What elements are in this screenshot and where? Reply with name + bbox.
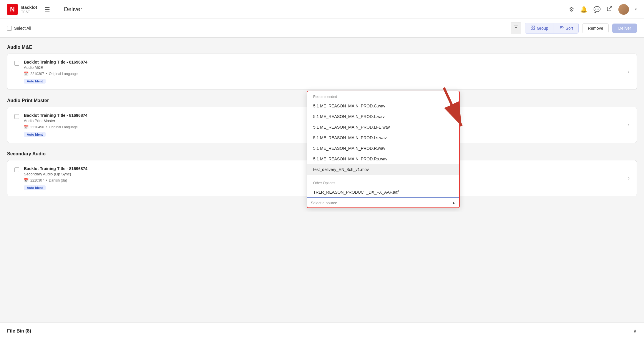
group-label: Group [537, 26, 548, 31]
card-meta-lang-2: Original Language [49, 125, 78, 129]
svg-line-0 [609, 6, 612, 9]
dropdown-item-5[interactable]: 5.1 ME_REASON_MAIN_PROD.Rs.wav [307, 154, 459, 164]
card-meta-id-1: 2210307 [30, 72, 44, 76]
card-checkbox-2[interactable] [14, 114, 19, 119]
dropdown-item-3[interactable]: 5.1 ME_REASON_MAIN_PROD.Ls.wav [307, 132, 459, 143]
dropdown-divider [307, 176, 459, 176]
meta-calendar-icon-1: 📅 [24, 72, 29, 76]
recommended-label: Recommended [307, 91, 459, 101]
card-chevron-1: › [628, 69, 630, 75]
section-title-audio-me: Audio M&E [7, 45, 637, 50]
select-all-label[interactable]: Select All [14, 26, 31, 31]
meta-calendar-icon-2: 📅 [24, 125, 29, 129]
card-title-1: Backlot Training Title - 81696874 [24, 60, 623, 64]
dropdown-item-0[interactable]: 5.1 ME_REASON_MAIN_PROD.C.wav [307, 101, 459, 111]
sort-label: Sort [566, 26, 573, 31]
dropdown-item-1[interactable]: 5.1 ME_REASON_MAIN_PROD.L.wav [307, 111, 459, 122]
page-title: Deliver [64, 6, 82, 13]
netflix-logo: N [7, 4, 18, 15]
card-checkbox-1[interactable] [14, 61, 19, 66]
card-meta-dot-1: • [46, 72, 47, 76]
select-all-wrap: Select All [7, 26, 31, 31]
main-content: Audio M&E Backlot Training Title - 81696… [0, 38, 644, 212]
header-divider [58, 5, 58, 14]
app-env: TEST [21, 10, 37, 14]
card-meta-id-3: 2210307 [30, 178, 44, 182]
select-all-checkbox[interactable] [7, 26, 12, 31]
dropdown-item-2[interactable]: 5.1 ME_REASON_MAIN_PROD.LFE.wav [307, 122, 459, 132]
dropdown-select-row: ▲ [307, 197, 459, 207]
card-checkbox-3[interactable] [14, 167, 19, 172]
svg-rect-4 [531, 26, 532, 27]
chat-icon[interactable]: 💬 [593, 6, 601, 13]
svg-rect-7 [533, 28, 535, 29]
group-icon [530, 25, 535, 31]
card-meta-id-2: 2210450 [30, 125, 44, 129]
group-button[interactable]: Group [525, 23, 554, 33]
dropdown-item-4[interactable]: 5.1 ME_REASON_MAIN_PROD.R.wav [307, 143, 459, 154]
dropdown-collapse-arrow[interactable]: ▲ [452, 200, 456, 205]
settings-icon[interactable]: ⚙ [569, 6, 574, 13]
svg-rect-6 [531, 28, 532, 29]
deliver-button[interactable]: Deliver [612, 24, 637, 33]
external-link-icon[interactable] [607, 6, 613, 13]
app-name-block: Backlot TEST [21, 5, 37, 14]
app-name: Backlot [21, 5, 37, 10]
sort-icon [559, 25, 564, 31]
card-meta-1: 📅 2210307 • Original Language [24, 72, 623, 76]
group-sort-buttons: Group Sort [525, 23, 579, 34]
avatar[interactable] [618, 4, 629, 15]
card-meta-lang-1: Original Language [49, 72, 78, 76]
meta-calendar-icon-3: 📅 [24, 178, 29, 182]
dropdown-item-6[interactable]: test_delivery_EN_8ch_v1.mov [307, 164, 459, 175]
card-badge-3: Auto Ident [24, 185, 46, 190]
toolbar: Select All Group Sort Remove Deliver [0, 19, 644, 38]
filter-button[interactable] [511, 22, 521, 34]
card-badge-1: Auto Ident [24, 79, 46, 84]
other-options-label: Other Options [307, 177, 459, 187]
card-meta-dot-2: • [46, 125, 47, 129]
card-chevron-3: › [628, 175, 630, 181]
card-meta-lang-3: Danish (da) [49, 178, 67, 182]
hamburger-menu[interactable]: ☰ [43, 4, 52, 15]
app-header: N Backlot TEST ☰ Deliver ⚙ 🔔 💬 ▾ [0, 0, 644, 19]
notifications-icon[interactable]: 🔔 [580, 6, 587, 13]
header-right-icons: ⚙ 🔔 💬 ▾ [569, 4, 637, 15]
source-dropdown: Recommended 5.1 ME_REASON_MAIN_PROD.C.wa… [307, 91, 460, 208]
card-badge-2: Auto Ident [24, 132, 46, 137]
select-source-input[interactable] [311, 201, 449, 205]
sort-button[interactable]: Sort [554, 23, 579, 33]
logo: N Backlot TEST [7, 4, 37, 15]
dropdown-item-other-0[interactable]: TRLR_REASON_PRODUCT_DX_FX_AAF.aaf [307, 187, 459, 197]
avatar-chevron-icon[interactable]: ▾ [635, 7, 637, 11]
section-audio-me: Audio M&E Backlot Training Title - 81696… [7, 45, 637, 90]
card-chevron-2: › [628, 122, 630, 128]
svg-rect-5 [533, 26, 535, 27]
card-content-1: Backlot Training Title - 81696874 Audio … [24, 60, 623, 84]
card-meta-dot-3: • [46, 178, 47, 182]
card-subtitle-1: Audio M&E [24, 65, 623, 70]
card-audio-me[interactable]: Backlot Training Title - 81696874 Audio … [7, 54, 637, 90]
remove-button[interactable]: Remove [582, 23, 609, 33]
